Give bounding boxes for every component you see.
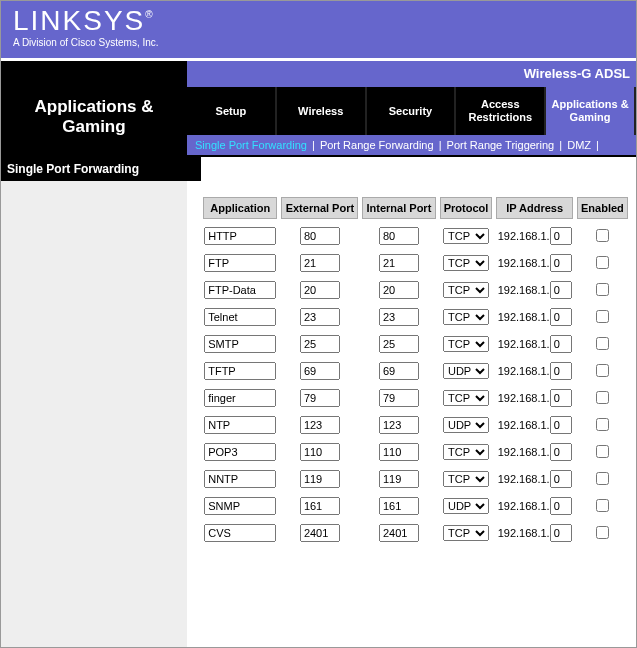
external-port-input[interactable] <box>300 254 340 272</box>
table-row: TCPUDP192.168.1. <box>203 306 628 327</box>
protocol-select[interactable]: TCPUDP <box>443 228 489 244</box>
subtab-port-range-forwarding[interactable]: Port Range Forwarding <box>320 139 434 151</box>
application-input[interactable] <box>204 227 276 245</box>
brand-logo: LINKSYS <box>13 7 145 35</box>
internal-port-input[interactable] <box>379 443 419 461</box>
internal-port-input[interactable] <box>379 497 419 515</box>
enabled-checkbox[interactable] <box>596 445 609 458</box>
table-row: TCPUDP192.168.1. <box>203 468 628 489</box>
external-port-input[interactable] <box>300 335 340 353</box>
external-port-input[interactable] <box>300 497 340 515</box>
enabled-checkbox[interactable] <box>596 256 609 269</box>
tab-access-restrictions[interactable]: Access Restrictions <box>456 87 546 135</box>
enabled-checkbox[interactable] <box>596 337 609 350</box>
subtab-port-range-triggering[interactable]: Port Range Triggering <box>447 139 555 151</box>
application-input[interactable] <box>204 443 276 461</box>
ip-last-octet-input[interactable] <box>550 524 572 542</box>
protocol-select[interactable]: TCPUDP <box>443 336 489 352</box>
table-row: TCPUDP192.168.1. <box>203 414 628 435</box>
application-input[interactable] <box>204 254 276 272</box>
ip-last-octet-input[interactable] <box>550 335 572 353</box>
tab-wireless[interactable]: Wireless <box>277 87 367 135</box>
protocol-select[interactable]: TCPUDP <box>443 255 489 271</box>
table-row: TCPUDP192.168.1. <box>203 387 628 408</box>
ip-last-octet-input[interactable] <box>550 470 572 488</box>
protocol-select[interactable]: TCPUDP <box>443 498 489 514</box>
enabled-checkbox[interactable] <box>596 391 609 404</box>
col-enabled: Enabled <box>577 197 628 219</box>
ip-last-octet-input[interactable] <box>550 416 572 434</box>
ip-last-octet-input[interactable] <box>550 389 572 407</box>
internal-port-input[interactable] <box>379 524 419 542</box>
external-port-input[interactable] <box>300 524 340 542</box>
enabled-checkbox[interactable] <box>596 526 609 539</box>
protocol-select[interactable]: TCPUDP <box>443 471 489 487</box>
tab-setup[interactable]: Setup <box>187 87 277 135</box>
internal-port-input[interactable] <box>379 416 419 434</box>
ip-prefix: 192.168.1. <box>498 311 550 323</box>
enabled-checkbox[interactable] <box>596 499 609 512</box>
protocol-select[interactable]: TCPUDP <box>443 390 489 406</box>
tab-applications-gaming[interactable]: Applications & Gaming <box>546 87 636 135</box>
ip-prefix: 192.168.1. <box>498 284 550 296</box>
internal-port-input[interactable] <box>379 308 419 326</box>
ip-prefix: 192.168.1. <box>498 257 550 269</box>
external-port-input[interactable] <box>300 443 340 461</box>
protocol-select[interactable]: TCPUDP <box>443 417 489 433</box>
subtab-dmz[interactable]: DMZ <box>567 139 591 151</box>
external-port-input[interactable] <box>300 416 340 434</box>
application-input[interactable] <box>204 497 276 515</box>
ip-last-octet-input[interactable] <box>550 497 572 515</box>
table-row: TCPUDP192.168.1. <box>203 252 628 273</box>
internal-port-input[interactable] <box>379 335 419 353</box>
external-port-input[interactable] <box>300 308 340 326</box>
enabled-checkbox[interactable] <box>596 310 609 323</box>
ip-last-octet-input[interactable] <box>550 443 572 461</box>
application-input[interactable] <box>204 416 276 434</box>
ip-last-octet-input[interactable] <box>550 227 572 245</box>
subtab-single-port-forwarding[interactable]: Single Port Forwarding <box>195 139 307 151</box>
ip-prefix: 192.168.1. <box>498 392 550 404</box>
internal-port-input[interactable] <box>379 362 419 380</box>
ip-prefix: 192.168.1. <box>498 230 550 242</box>
table-row: TCPUDP192.168.1. <box>203 333 628 354</box>
internal-port-input[interactable] <box>379 281 419 299</box>
protocol-select[interactable]: TCPUDP <box>443 309 489 325</box>
main-tabs: SetupWirelessSecurityAccess Restrictions… <box>187 87 636 135</box>
external-port-input[interactable] <box>300 281 340 299</box>
internal-port-input[interactable] <box>379 389 419 407</box>
internal-port-input[interactable] <box>379 254 419 272</box>
protocol-select[interactable]: TCPUDP <box>443 282 489 298</box>
external-port-input[interactable] <box>300 389 340 407</box>
ip-last-octet-input[interactable] <box>550 308 572 326</box>
panel-title: Single Port Forwarding <box>1 157 201 181</box>
ip-last-octet-input[interactable] <box>550 254 572 272</box>
brand-subtitle: A Division of Cisco Systems, Inc. <box>13 37 624 48</box>
enabled-checkbox[interactable] <box>596 418 609 431</box>
protocol-select[interactable]: TCPUDP <box>443 525 489 541</box>
external-port-input[interactable] <box>300 227 340 245</box>
external-port-input[interactable] <box>300 470 340 488</box>
external-port-input[interactable] <box>300 362 340 380</box>
enabled-checkbox[interactable] <box>596 283 609 296</box>
internal-port-input[interactable] <box>379 470 419 488</box>
ip-last-octet-input[interactable] <box>550 362 572 380</box>
protocol-select[interactable]: TCPUDP <box>443 363 489 379</box>
ip-prefix: 192.168.1. <box>498 527 550 539</box>
enabled-checkbox[interactable] <box>596 472 609 485</box>
enabled-checkbox[interactable] <box>596 364 609 377</box>
ip-prefix: 192.168.1. <box>498 500 550 512</box>
application-input[interactable] <box>204 308 276 326</box>
application-input[interactable] <box>204 389 276 407</box>
application-input[interactable] <box>204 470 276 488</box>
application-input[interactable] <box>204 524 276 542</box>
protocol-select[interactable]: TCPUDP <box>443 444 489 460</box>
application-input[interactable] <box>204 281 276 299</box>
application-input[interactable] <box>204 335 276 353</box>
table-row: TCPUDP192.168.1. <box>203 279 628 300</box>
tab-security[interactable]: Security <box>367 87 457 135</box>
internal-port-input[interactable] <box>379 227 419 245</box>
enabled-checkbox[interactable] <box>596 229 609 242</box>
ip-last-octet-input[interactable] <box>550 281 572 299</box>
application-input[interactable] <box>204 362 276 380</box>
